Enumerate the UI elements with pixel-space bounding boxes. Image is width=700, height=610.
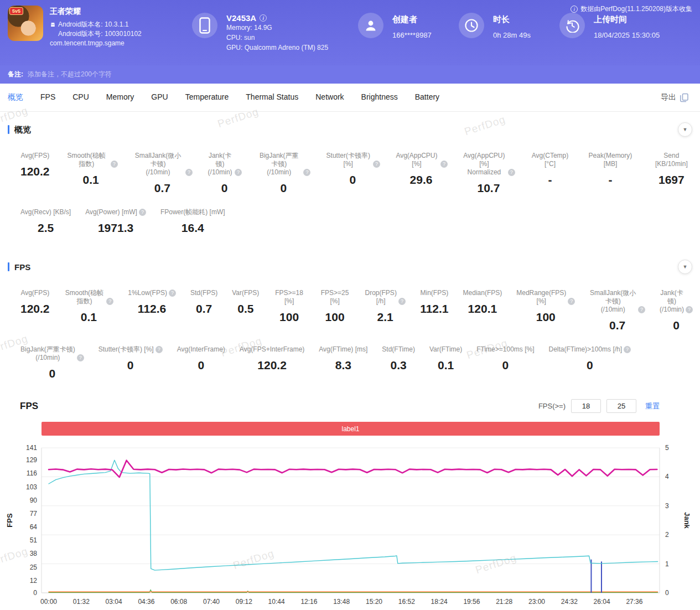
axis-tick-label: 12 — [30, 577, 38, 585]
overview-collapse-button[interactable]: ▼ — [678, 122, 692, 137]
tab-overview[interactable]: 概览 — [8, 92, 23, 102]
tab-gpu[interactable]: GPU — [151, 92, 168, 102]
fps-r2-metric-1: Stutter(卡顿率) [%]?0 — [91, 345, 170, 380]
tab-brightness[interactable]: Brightness — [361, 92, 398, 102]
fps-r2-metric-3: Avg(FPS+InterFrame)120.2 — [232, 345, 312, 380]
axis-tick-label: 4 — [665, 473, 669, 480]
duration-block: 时长 0h 28m 49s — [459, 13, 559, 53]
metric-label: SmallJank(微小卡顿) (/10min) — [589, 289, 636, 314]
fps-r1-metric-6: FPS>=25 [%]100 — [312, 289, 357, 332]
axis-tick-label: 2 — [665, 531, 669, 539]
y-axis-title-left: FPS — [6, 513, 14, 528]
fps-threshold-input-1[interactable] — [571, 399, 601, 413]
metric-value: 120.2 — [20, 165, 50, 178]
export-button[interactable]: 导出 — [661, 92, 689, 102]
fps-collapse-button[interactable]: ▼ — [678, 260, 692, 274]
metric-value: - — [530, 173, 571, 187]
tab-memory[interactable]: Memory — [106, 92, 134, 102]
help-icon[interactable]: ? — [106, 298, 113, 305]
device-info-block: V2453A i Memory: 14.9G CPU: sun GPU: Qua… — [192, 13, 358, 53]
metric-value: 10.7 — [462, 182, 515, 195]
metric-value: 0 — [207, 182, 242, 195]
tab-fps[interactable]: FPS — [40, 92, 55, 102]
device-info-icon[interactable]: i — [260, 14, 267, 22]
fps-r2-metric-4: Avg(FTime) [ms]8.3 — [312, 345, 375, 380]
help-icon[interactable]: ? — [440, 161, 448, 168]
x-tick-label: 12:16 — [300, 598, 317, 606]
app-version-code: Android版本号: 1003010102 — [58, 29, 142, 39]
series-fps — [49, 461, 657, 477]
fps-r1-metric-0: Avg(FPS)120.2 — [13, 289, 57, 332]
overview-section: 概览 ▼ Avg(FPS)120.2Smooth(稳帧指数)?0.1SmallJ… — [0, 121, 700, 249]
help-icon[interactable]: ? — [508, 169, 515, 176]
help-icon[interactable]: ? — [111, 161, 118, 168]
axis-tick-label: 0 — [665, 589, 669, 597]
help-icon[interactable]: ? — [185, 169, 193, 176]
reset-link[interactable]: 重置 — [645, 401, 660, 411]
help-icon[interactable]: ? — [139, 209, 146, 216]
metric-label: 1%Low(FPS) — [128, 289, 167, 297]
device-memory: Memory: 14.9G — [226, 23, 328, 33]
axis-tick-label: 5 — [665, 444, 669, 452]
overview-r1-metric-2: SmallJank(微小卡顿) (/10min)?0.7 — [125, 152, 200, 195]
overview-r2-metric-2: FPower(帧能耗) [mW]16.4 — [153, 208, 232, 235]
x-tick-label: 04:36 — [138, 598, 154, 606]
metric-label: MedRange(FPS)[%] — [516, 289, 566, 306]
metric-value: 0.7 — [132, 182, 193, 195]
help-icon[interactable]: ? — [77, 354, 84, 361]
fps-r2-metric-2: Avg(InterFrame)0 — [170, 345, 232, 380]
x-tick-label: 16:52 — [398, 598, 415, 606]
tab-cpu[interactable]: CPU — [72, 92, 89, 102]
tab-network[interactable]: Network — [315, 92, 344, 102]
help-icon[interactable]: ? — [155, 346, 163, 353]
app-icon: 5v5 — [8, 6, 43, 41]
fps-r1-metric-10: MedRange(FPS)[%]?100 — [509, 289, 582, 332]
help-icon[interactable]: ? — [686, 306, 693, 313]
help-icon[interactable]: ? — [373, 161, 380, 168]
fps-r1-metric-5: FPS>=18 [%]100 — [266, 289, 312, 332]
help-icon[interactable]: ? — [568, 298, 575, 305]
metric-label: BigJank(严重卡顿) (/10min) — [20, 345, 75, 362]
upload-time-label: 上传时间 — [594, 14, 660, 25]
tab-temperature[interactable]: Temperature — [185, 92, 229, 102]
chart-label-banner[interactable]: label1 — [42, 422, 660, 436]
fps-chart[interactable]: 01225385164779010311612914101234500:0001… — [0, 440, 700, 609]
fps-r2-metric-0: BigJank(严重卡顿) (/10min)?0 — [13, 345, 91, 380]
metric-value: 0.1 — [429, 359, 462, 372]
help-icon[interactable]: ? — [638, 306, 645, 313]
metric-label: Avg(Recv) [KB/s] — [20, 208, 71, 216]
tab-battery[interactable]: Battery — [415, 92, 439, 102]
note-input[interactable]: 备注: 添加备注，不超过200个字符 — [0, 65, 700, 84]
metric-value: 8.3 — [319, 359, 367, 372]
metric-value: 0 — [476, 359, 534, 372]
metric-label: Var(FPS) — [232, 289, 259, 297]
metric-label: FTime>=100ms [%] — [476, 345, 534, 354]
duration-value: 0h 28m 49s — [493, 30, 531, 40]
x-tick-label: 10:44 — [268, 598, 285, 606]
metric-value: 0.1 — [64, 311, 114, 324]
fps-r2-metric-6: Var(FTime)0.1 — [422, 345, 469, 380]
help-icon[interactable]: ? — [169, 290, 176, 297]
fps-r2-metric-7: FTime>=100ms [%]0 — [469, 345, 541, 380]
fps-threshold-input-2[interactable] — [606, 399, 636, 413]
fps-r1-metric-8: Min(FPS)112.1 — [413, 289, 455, 332]
section-accent-bar — [8, 262, 9, 271]
help-icon[interactable]: ? — [235, 169, 242, 176]
metric-value: 0 — [98, 359, 163, 372]
help-icon[interactable]: ? — [303, 169, 310, 176]
x-tick-label: 06:08 — [170, 598, 187, 606]
tab-thermal-status[interactable]: Thermal Status — [246, 92, 298, 102]
metric-value: 120.2 — [240, 359, 304, 372]
overview-section-title: 概览 — [14, 125, 678, 135]
report-header: i 数据由PerfDog(11.1.250208)版本收集 5v5 王者荣耀 A… — [0, 0, 700, 65]
upload-time-icon — [559, 13, 585, 38]
fps-threshold-controls: FPS(>=) 重置 — [538, 399, 660, 413]
fps-chart-section: FPS FPS(>=) 重置 label1 012253851647790103… — [0, 399, 700, 610]
upload-time-value: 18/04/2025 15:30:05 — [594, 30, 660, 40]
help-icon[interactable]: ? — [624, 346, 631, 353]
axis-tick-label: 3 — [665, 502, 669, 510]
metric-value: 0.5 — [232, 302, 259, 316]
metric-label: Smooth(稳帧指数) — [64, 289, 105, 306]
help-icon[interactable]: ? — [398, 298, 406, 305]
overview-r1-metric-9: Peak(Memory) [MB]- — [578, 152, 643, 195]
